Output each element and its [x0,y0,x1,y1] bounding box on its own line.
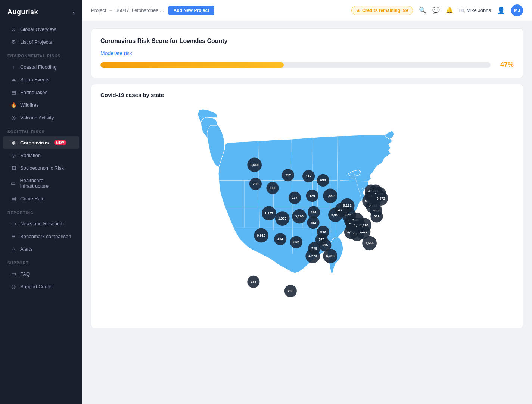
chat-icon[interactable]: 💬 [432,7,440,14]
map-bubble-text: 1,157 [265,212,273,215]
sidebar-item-alerts[interactable]: △ Alerts [3,242,79,255]
news-icon: ▭ [10,220,16,226]
map-card-title: Covid-19 cases by state [100,92,514,98]
sidebar-item-label: Wildfires [20,102,39,108]
support-center-icon: ◎ [10,284,16,289]
section-reporting-label: REPORTING [0,205,82,217]
sidebar-item-socioeconomic[interactable]: ▦ Socioeconomic Risk [3,162,79,174]
global-overview-icon: ⊙ [10,26,16,32]
risk-score-card: Coronavirus Risk Score for Lowndes Count… [91,28,523,78]
sidebar-item-label: Coastal Flooding [20,64,57,70]
sidebar-item-radiation[interactable]: ◎ Radiation [3,149,79,162]
sidebar-item-support-center[interactable]: ◎ Support Center [3,280,79,293]
risk-card-title: Coronavirus Risk Score for Lowndes Count… [100,38,514,44]
map-bubble-text: 9,131 [343,204,351,207]
map-bubble-text: 482 [311,221,316,225]
sidebar-item-earthquakes[interactable]: ▤ Earthquakes [3,86,79,98]
progress-track [100,62,491,68]
map-card: Covid-19 cases by state [91,84,523,328]
add-project-button[interactable]: Add New Project [168,6,214,15]
user-greeting: Hi, Mike Johns [459,7,491,13]
sidebar-item-news-research[interactable]: ▭ News and Research [3,217,79,230]
storm-events-icon: ☁ [10,76,16,82]
sidebar-item-wildfires[interactable]: 🔥 Wildfires [3,98,79,111]
sidebar-item-crime-rate[interactable]: ▤ Crime Rate [3,192,79,205]
sidebar-item-storm-events[interactable]: ☁ Storm Events [3,73,79,86]
socioeconomic-icon: ▦ [10,165,16,171]
list-projects-icon: ⚙ [10,39,16,45]
sidebar-item-label: List of Projects [20,39,52,45]
topbar: Project → 36047, Letohatchee,... Add New… [82,0,532,21]
section-support-label: SUPPORT [0,255,82,267]
map-bubble-text: 690 [320,178,326,182]
map-container: 5,6602177366601371476901291,1571,0073,20… [100,104,514,320]
bell-icon[interactable]: 🔔 [446,7,453,14]
main-area: Project → 36047, Letohatchee,... Add New… [82,0,532,404]
sidebar-item-coronavirus[interactable]: ◈ Coronavirus New [3,136,79,149]
user-profile-icon[interactable]: 👤 [497,6,505,15]
coronavirus-icon: ◈ [10,140,16,145]
earthquakes-icon: ▤ [10,89,16,95]
sidebar-item-label: Benchmark comparison [20,234,71,239]
breadcrumb-project: Project [91,7,106,13]
sidebar-item-benchmark[interactable]: ≡ Benchmark comparison [3,230,79,242]
map-bubble-text: 615 [322,243,328,247]
map-bubble-text: 414 [277,237,283,241]
map-bubble-text: 137 [292,196,298,200]
map-bubble-text: 238 [288,289,293,293]
sidebar-item-global-overview[interactable]: ⊙ Global Overview [3,23,79,35]
sidebar-item-label: Healthcare Infrastructure [20,178,72,189]
sidebar-item-volcano-activity[interactable]: ◎ Volcano Activity [3,111,79,124]
sidebar-item-coastal-flooding[interactable]: ↑ Coastal Flooding [3,60,79,73]
sidebar-item-label: Support Center [20,284,53,289]
star-icon: ★ [356,8,360,13]
crime-rate-icon: ▤ [10,195,16,201]
coastal-flooding-icon: ↑ [10,64,16,70]
search-icon[interactable]: 🔍 [419,7,426,14]
map-bubble-text: 549 [320,230,326,234]
map-bubble-text: 660 [270,186,275,190]
healthcare-icon: ▭ [10,180,16,186]
usa-map-svg: 5,6602177366601371476901291,1571,0073,20… [100,104,514,320]
wildfires-icon: 🔥 [10,102,16,108]
sidebar-item-label: Radiation [20,153,41,158]
map-bubble-text: 201 [311,210,317,214]
map-bubble-text: 143 [251,280,256,284]
sidebar-item-label: Volcano Activity [20,115,54,120]
map-bubble-text: 362 [293,240,299,244]
map-bubble-text: 3,372 [377,197,385,200]
sidebar-item-label: Earthquakes [20,90,47,95]
sidebar-item-healthcare[interactable]: ▭ Healthcare Infrastructure [3,174,79,192]
section-societal-label: SOCIETAL RISKS [0,124,82,136]
credits-badge[interactable]: ★ Credits remaining: 99 [351,6,413,15]
radiation-icon: ◎ [10,152,16,158]
new-badge: New [54,140,66,145]
map-bubble-text: 1,293 [360,223,368,227]
sidebar-item-faq[interactable]: ▭ FAQ [3,267,79,280]
user-avatar[interactable]: MJ [511,4,523,16]
map-bubble-text: 4,273 [308,254,317,258]
breadcrumb-arrow: → [108,7,113,13]
volcano-icon: ◎ [10,115,16,120]
map-bubble-text: 7,556 [365,241,373,245]
breadcrumb-location: 36047, Letohatchee,... [115,7,164,13]
sidebar-item-list-of-projects[interactable]: ⚙ List of Projects [3,35,79,48]
sidebar-item-label: Coronavirus [20,140,49,145]
map-bubble-text: 369 [374,214,379,218]
sidebar-item-label: Global Overview [20,26,56,32]
map-bubble-text: 1,007 [278,217,286,220]
map-bubble-text: 3,203 [295,214,304,218]
sidebar-item-label: News and Research [20,221,64,226]
progress-bar-wrap: 47% [100,61,514,69]
faq-icon: ▭ [10,271,16,277]
sidebar-item-label: FAQ [20,271,30,277]
collapse-icon[interactable]: ‹ [73,9,75,15]
benchmark-icon: ≡ [10,233,16,239]
credits-label: Credits remaining: 99 [362,8,408,13]
sidebar-item-label: Alerts [20,246,32,252]
content-area: Coronavirus Risk Score for Lowndes Count… [82,21,532,404]
map-bubble-text: 147 [306,174,311,178]
section-environmental-label: ENVIRONMENTAL RISKS [0,48,82,60]
sidebar: Augurisk ‹ ⊙ Global Overview ⚙ List of P… [0,0,82,404]
progress-percentage: 47% [495,61,514,69]
